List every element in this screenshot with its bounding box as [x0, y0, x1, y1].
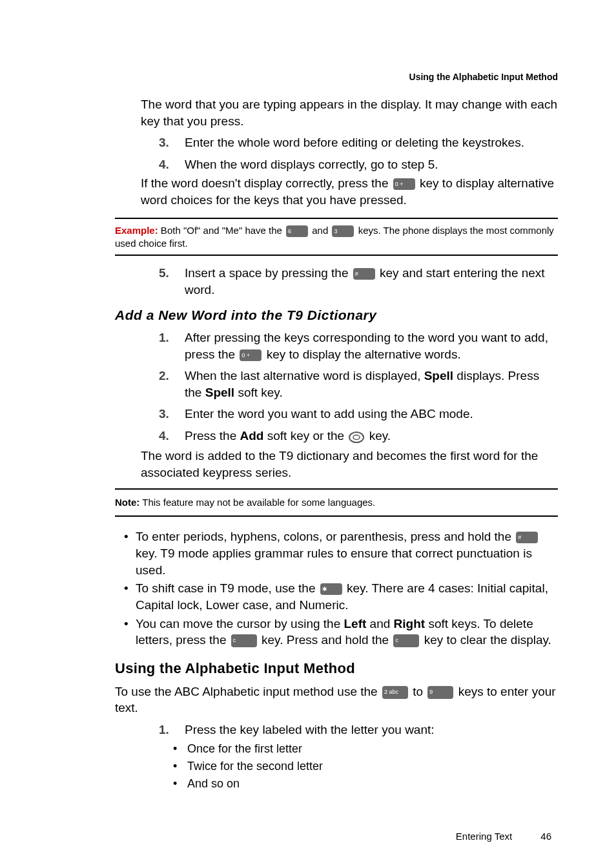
text-fragment: key.: [365, 429, 391, 442]
clear-key-icon: c: [393, 634, 419, 647]
bullet-item: • You can move the cursor by using the L…: [124, 616, 558, 649]
zero-key-icon: 0 +: [240, 349, 262, 361]
text-fragment: soft key.: [234, 386, 283, 399]
text-fragment: Press the: [185, 429, 240, 442]
note-block: Note: This feature may not be available …: [115, 488, 558, 517]
text-fragment: Insert a space by pressing the: [185, 266, 352, 280]
alpha-step-1: 1. Press the key labeled with the letter…: [159, 722, 558, 738]
nested-bullet: • And so on: [173, 776, 558, 791]
star-key-icon: ✱: [320, 583, 342, 595]
step-number: 1.: [159, 722, 185, 738]
six-key-icon: 6: [286, 225, 308, 237]
bullet-marker: •: [173, 758, 187, 774]
footer-page-number: 46: [540, 831, 551, 842]
svg-point-0: [349, 432, 364, 442]
text-fragment: and: [366, 617, 393, 630]
step-text: After pressing the keys corresponding to…: [185, 329, 558, 362]
bold-text: Spell: [205, 386, 234, 399]
step-text: When the word displays correctly, go to …: [185, 156, 558, 173]
nested-bullet: • Twice for the second letter: [173, 758, 558, 774]
step-number: 1.: [159, 329, 185, 362]
nested-bullet: • Once for the first letter: [173, 741, 558, 756]
clear-key-icon: c: [231, 634, 257, 647]
center-key-icon: [349, 428, 364, 445]
step-number: 4.: [159, 428, 185, 445]
bullet-text: To shift case in T9 mode, use the ✱ key.…: [136, 580, 558, 613]
bullet-marker: •: [124, 528, 136, 578]
dict-step-3: 3. Enter the word you want to add using …: [159, 406, 558, 422]
text-fragment: Both "Of" and "Me" have the: [158, 225, 285, 236]
text-fragment: To enter periods, hyphens, colons, or pa…: [136, 530, 515, 543]
step-3: 3. Enter the whole word before editing o…: [159, 134, 558, 151]
step-text: Enter the word you want to add using the…: [185, 406, 558, 422]
svg-point-1: [353, 435, 360, 440]
step-text: Insert a space by pressing the # key and…: [185, 265, 558, 298]
bullet-text: And so on: [187, 776, 558, 791]
text-fragment: key to clear the display.: [420, 633, 551, 647]
dict-step-1: 1. After pressing the keys corresponding…: [159, 329, 558, 362]
text-fragment: When the last alternative word is displa…: [185, 369, 424, 382]
example-block: Example: Both "Of" and "Me" have the 6 a…: [115, 218, 558, 256]
bullet-marker: •: [124, 580, 136, 613]
bold-text: Spell: [424, 369, 453, 382]
bullet-marker: •: [173, 776, 187, 791]
note-text: This feature may not be available for so…: [139, 497, 375, 508]
bullet-text: Twice for the second letter: [187, 758, 558, 774]
bullet-marker: •: [173, 741, 187, 756]
bullet-text: You can move the cursor by using the Lef…: [136, 616, 558, 649]
section-heading-alpha: Using the Alphabetic Input Method: [115, 659, 558, 678]
bold-text: Right: [394, 617, 426, 630]
step-number: 5.: [159, 265, 185, 298]
step-number: 4.: [159, 156, 185, 173]
text-fragment: key. Press and hold the: [258, 633, 393, 647]
intro-continuation: The word that you are typing appears in …: [141, 96, 558, 129]
text-fragment: If the word doesn't display correctly, p…: [141, 176, 392, 190]
zero-key-icon: 0 +: [393, 178, 415, 190]
footer-section: Entering Text: [456, 831, 512, 842]
step-4: 4. When the word displays correctly, go …: [159, 156, 558, 173]
note-label: Note:: [115, 497, 139, 508]
step-text: Enter the whole word before editing or d…: [185, 134, 558, 151]
bullet-text: Once for the first letter: [187, 741, 558, 756]
dict-step-4-extra: The word is added to the T9 dictionary a…: [141, 448, 558, 481]
dict-step-2: 2. When the last alternative word is dis…: [159, 368, 558, 400]
text-fragment: and: [309, 225, 331, 236]
text-fragment: key. T9 mode applies grammar rules to en…: [136, 546, 532, 577]
bullet-text: To enter periods, hyphens, colons, or pa…: [136, 528, 558, 578]
step-number: 3.: [159, 134, 185, 151]
text-fragment: You can move the cursor by using the: [136, 617, 344, 630]
text-fragment: soft key or the: [263, 429, 347, 442]
subheading-t9-dictionary: Add a New Word into the T9 Dictionary: [115, 306, 558, 324]
three-key-icon: 3: [332, 225, 354, 237]
dict-step-4: 4. Press the Add soft key or the key.: [159, 428, 558, 445]
page-footer: Entering Text 46: [115, 830, 558, 843]
alpha-intro: To use the ABC Alphabetic input method u…: [115, 683, 558, 716]
hash-key-icon: #: [353, 268, 375, 280]
step-text: Press the key labeled with the letter yo…: [185, 722, 558, 738]
text-fragment: To shift case in T9 mode, use the: [136, 581, 319, 595]
step-number: 3.: [159, 406, 185, 422]
page-header: Using the Alphabetic Input Method: [115, 71, 558, 83]
text-fragment: To use the ABC Alphabetic input method u…: [115, 685, 381, 698]
bold-text: Add: [240, 429, 264, 442]
example-label: Example:: [115, 225, 158, 236]
bullet-item: • To enter periods, hyphens, colons, or …: [124, 528, 558, 578]
two-key-icon: 2 abc: [382, 686, 408, 699]
bold-text: Left: [344, 617, 367, 630]
step-text: Press the Add soft key or the key.: [185, 428, 558, 445]
bullet-marker: •: [124, 616, 136, 649]
hash-key-icon: #: [516, 532, 538, 543]
text-fragment: key to display the alternative words.: [263, 348, 460, 361]
step-text: When the last alternative word is displa…: [185, 368, 558, 400]
step-number: 2.: [159, 368, 185, 400]
text-fragment: to: [409, 685, 426, 698]
bullet-item: • To shift case in T9 mode, use the ✱ ke…: [124, 580, 558, 613]
step-4-extra: If the word doesn't display correctly, p…: [141, 175, 558, 208]
step-5: 5. Insert a space by pressing the # key …: [159, 265, 558, 298]
nine-key-icon: 9: [427, 686, 453, 699]
